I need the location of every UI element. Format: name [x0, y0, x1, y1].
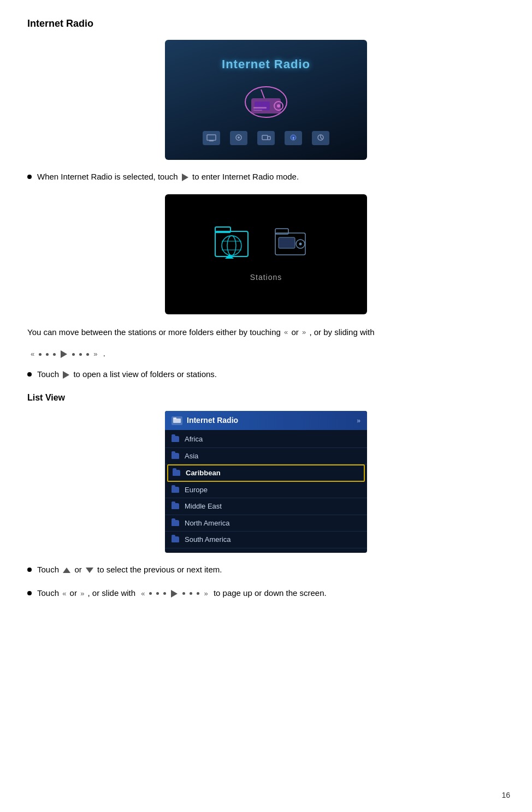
- list-view-header: Internet Radio »: [165, 411, 367, 430]
- svg-rect-7: [253, 110, 262, 111]
- bottom-icon-4: f: [285, 131, 302, 145]
- list-item[interactable]: South America: [165, 532, 367, 548]
- list-view-items: Africa Asia Caribbean Europe Middle East…: [165, 430, 367, 550]
- bottom-icon-1: [203, 131, 220, 145]
- list-item[interactable]: Middle East: [165, 498, 367, 515]
- b4-dot-2: [156, 592, 159, 595]
- list-view-chevron: »: [357, 416, 360, 426]
- list-view-title: Internet Radio: [187, 415, 238, 426]
- page-heading: Internet Radio: [27, 16, 505, 31]
- stations-label: Stations: [250, 272, 282, 283]
- bullet-item-4: Touch « or » , or slide with « » to page…: [27, 587, 505, 600]
- screen-title: Internet Radio: [222, 55, 310, 73]
- down-arrow-icon: [86, 568, 93, 573]
- list-item-label-2: Asia: [185, 451, 198, 462]
- svg-rect-28: [279, 237, 295, 248]
- svg-point-11: [238, 136, 240, 139]
- bullet-2-text: Touch to open a list view of folders or …: [37, 368, 217, 381]
- svg-rect-31: [173, 419, 181, 423]
- slide-dot-2: [46, 353, 49, 356]
- svg-rect-13: [268, 136, 270, 140]
- globe-folder-icon: [214, 225, 263, 263]
- list-item-folder-icon-6: [172, 520, 179, 526]
- bullet-4-double-right: »: [80, 588, 84, 599]
- bullet-dot-4: [27, 591, 32, 595]
- list-item-folder-icon-1: [172, 436, 179, 442]
- list-item[interactable]: Africa: [165, 431, 367, 448]
- b4-dot-4: [182, 592, 185, 595]
- bullet-4-double-left: «: [62, 588, 66, 599]
- b4-dot-3: [163, 592, 166, 595]
- b4-dbl-right: »: [204, 588, 208, 599]
- list-item-highlighted[interactable]: Caribbean: [167, 464, 365, 482]
- list-view-screen: Internet Radio » Africa Asia Caribbean E…: [165, 411, 367, 553]
- b4-play: [171, 590, 178, 598]
- slide-dot-5: [79, 353, 82, 356]
- bottom-icon-5: [312, 131, 329, 145]
- slide-bar-container: « » .: [27, 347, 505, 361]
- svg-rect-12: [262, 135, 268, 140]
- list-item-label-1: Africa: [185, 434, 203, 445]
- bullet-1-text: When Internet Radio is selected, touch t…: [37, 171, 299, 183]
- slide-dot-6: [86, 353, 89, 356]
- screenshot-stations: Stations: [27, 194, 505, 314]
- list-view-header-left: Internet Radio: [172, 415, 238, 426]
- svg-rect-9: [209, 140, 214, 141]
- list-item-label-7: South America: [185, 534, 231, 545]
- play-icon-inline-2: [63, 371, 69, 379]
- svg-point-21: [222, 236, 241, 255]
- b4-dot-6: [197, 592, 199, 595]
- svg-line-18: [321, 138, 322, 139]
- double-right-icon: »: [302, 326, 306, 338]
- bottom-icon-bar: f: [203, 131, 329, 145]
- b4-dot-5: [190, 592, 192, 595]
- list-item[interactable]: Asia: [165, 448, 367, 465]
- b4-dot-1: [149, 592, 152, 595]
- svg-point-22: [227, 236, 236, 255]
- bullet-dot-1: [27, 175, 32, 179]
- svg-rect-19: [215, 231, 248, 256]
- list-item-folder-icon-2: [172, 453, 179, 459]
- list-item-folder-icon-7: [172, 536, 179, 542]
- bottom-icon-3: [257, 131, 275, 145]
- play-icon-inline: [182, 174, 188, 181]
- list-item-label-6: North America: [185, 518, 229, 529]
- bullet-4-text: Touch « or » , or slide with « » to page…: [37, 587, 327, 600]
- svg-rect-6: [253, 107, 267, 109]
- bottom-icon-2: [230, 131, 247, 145]
- radio-folder-icon: [274, 228, 318, 260]
- svg-point-30: [299, 243, 302, 246]
- bullet-dot-3: [27, 568, 32, 572]
- svg-rect-8: [207, 135, 216, 140]
- list-item-label-3: Caribbean: [186, 468, 221, 479]
- svg-text:f: f: [293, 136, 294, 141]
- slide-dot-4: [72, 353, 75, 356]
- stations-screen: Stations: [165, 194, 367, 314]
- slide-bar-play: [61, 350, 67, 358]
- bullet-3-text: Touch or to select the previous or next …: [37, 564, 222, 576]
- list-item[interactable]: Europe: [165, 482, 367, 499]
- list-item-label-5: Middle East: [185, 501, 222, 512]
- stations-content: Stations: [214, 194, 318, 314]
- list-item-folder-icon-5: [172, 503, 179, 509]
- slide-bar-double-left: «: [31, 348, 34, 360]
- body-text-stations: You can move between the stations or mor…: [27, 325, 505, 339]
- svg-line-5: [261, 89, 264, 98]
- list-item-folder-icon-4: [172, 487, 179, 493]
- screenshot-list-view: Internet Radio » Africa Asia Caribbean E…: [27, 411, 505, 553]
- slide-bar: « »: [29, 348, 98, 360]
- bullet-item-2: Touch to open a list view of folders or …: [27, 368, 505, 381]
- svg-rect-32: [173, 417, 176, 419]
- list-item-label-4: Europe: [185, 485, 208, 495]
- list-item[interactable]: North America: [165, 515, 367, 532]
- radio-icon: [241, 83, 291, 121]
- bullet-4-slide-bar: « »: [140, 588, 209, 599]
- bullet-item-1: When Internet Radio is selected, touch t…: [27, 171, 505, 183]
- double-left-icon: «: [284, 326, 288, 338]
- bullet-item-3: Touch or to select the previous or next …: [27, 564, 505, 576]
- header-folder-icon: [172, 416, 182, 425]
- bullet-dot-2: [27, 372, 32, 377]
- up-arrow-icon: [63, 568, 70, 573]
- screenshot-internet-radio: Internet Radio f: [27, 40, 505, 160]
- stations-icons: [214, 225, 318, 263]
